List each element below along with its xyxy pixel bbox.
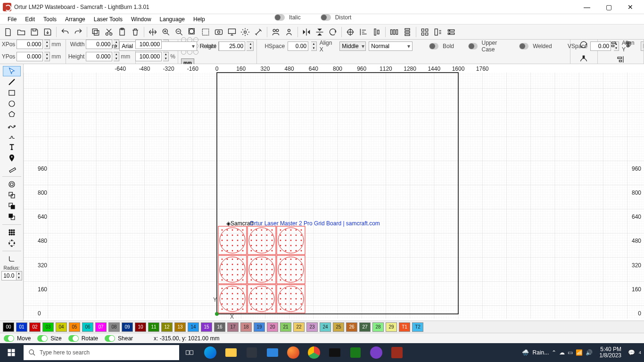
scale-x-input[interactable]: [135, 40, 162, 49]
boolean-sub-tool[interactable]: [3, 212, 21, 222]
save-icon[interactable]: [28, 26, 41, 38]
align-vert-right-icon[interactable]: [614, 53, 627, 66]
hspace-input[interactable]: [288, 41, 308, 51]
height-input[interactable]: [86, 52, 112, 61]
swatch-10[interactable]: 10: [135, 322, 146, 332]
weld-tool[interactable]: [3, 190, 21, 200]
align-left-icon[interactable]: [357, 26, 370, 38]
tray-volume-icon[interactable]: 🔊: [586, 349, 593, 356]
swatch-28[interactable]: 28: [372, 322, 384, 332]
swatch-T1[interactable]: T1: [399, 322, 410, 332]
close-button[interactable]: ✕: [619, 0, 641, 14]
undo-icon[interactable]: [59, 26, 71, 38]
upper-toggle[interactable]: [468, 43, 478, 49]
maximize-button[interactable]: ▢: [598, 0, 619, 14]
new-icon[interactable]: [2, 26, 14, 38]
menu-help[interactable]: Help: [190, 15, 209, 24]
ellipse-tool[interactable]: [3, 99, 21, 109]
import-icon[interactable]: [41, 26, 54, 38]
align-center-h-icon[interactable]: [344, 26, 356, 38]
lightburn-taskbar-icon[interactable]: [387, 343, 407, 362]
swatch-18[interactable]: 18: [240, 322, 252, 332]
swatch-19[interactable]: 19: [254, 322, 265, 332]
radius-input[interactable]: [1, 271, 17, 280]
bold-toggle[interactable]: [429, 43, 438, 49]
scale-y-spin[interactable]: ▲▼: [163, 52, 169, 61]
terminal-icon[interactable]: [324, 343, 345, 362]
app-green-icon[interactable]: [345, 343, 366, 362]
marker-tool[interactable]: [3, 153, 21, 163]
swatch-22[interactable]: 22: [293, 322, 305, 332]
swatch-13[interactable]: 13: [174, 322, 186, 332]
start-button[interactable]: [0, 343, 23, 362]
swatch-16[interactable]: 16: [214, 322, 225, 332]
swatch-02[interactable]: 02: [29, 322, 41, 332]
open-icon[interactable]: [15, 26, 27, 38]
swatch-20[interactable]: 20: [267, 322, 278, 332]
xpos-input[interactable]: [17, 40, 43, 49]
font-height-spin[interactable]: ▲▼: [248, 41, 254, 51]
text-mode-combo[interactable]: Normal: [369, 41, 413, 51]
cut-icon[interactable]: [103, 26, 115, 38]
group-icon[interactable]: [270, 26, 282, 38]
redo-icon[interactable]: [72, 26, 84, 38]
measure-tool[interactable]: [3, 164, 21, 174]
pan-icon[interactable]: [147, 26, 159, 38]
menu-arrange[interactable]: Arrange: [61, 15, 89, 24]
distort-toggle[interactable]: [321, 14, 331, 21]
swatch-03[interactable]: 03: [42, 322, 54, 332]
dock-icon[interactable]: [432, 26, 444, 38]
mirror-v-icon[interactable]: [314, 26, 326, 38]
chrome-icon[interactable]: [304, 343, 324, 362]
swatch-06[interactable]: 06: [82, 322, 93, 332]
offset-tool[interactable]: [3, 179, 21, 189]
monitor-icon[interactable]: [226, 26, 238, 38]
explorer-icon[interactable]: [221, 343, 241, 362]
font-height-input[interactable]: [219, 41, 245, 51]
boolean-tool[interactable]: [3, 201, 21, 211]
ypos-spin[interactable]: ▲▼: [44, 52, 50, 61]
radius-spin[interactable]: ▲▼: [17, 271, 22, 280]
rotate-toggle[interactable]: [68, 335, 79, 342]
hspace-spin[interactable]: ▲▼: [311, 41, 317, 51]
swatch-27[interactable]: 27: [359, 322, 371, 332]
menu-language[interactable]: Language: [156, 15, 189, 24]
frame-icon[interactable]: [199, 26, 212, 38]
menu-tools[interactable]: Tools: [40, 15, 60, 24]
draw-line-tool[interactable]: [3, 77, 21, 87]
swatch-24[interactable]: 24: [320, 322, 331, 332]
shear-toggle[interactable]: [105, 335, 115, 342]
weather-widget[interactable]: 🌧️ Rain...: [522, 349, 549, 356]
menu-edit[interactable]: Edit: [21, 15, 39, 24]
swatch-14[interactable]: 14: [188, 322, 199, 332]
welded-toggle[interactable]: [519, 43, 528, 49]
firefox-icon[interactable]: [283, 343, 304, 362]
polygon-tool[interactable]: [3, 109, 21, 120]
swatch-26[interactable]: 26: [346, 322, 357, 332]
edit-nodes-tool[interactable]: [3, 120, 21, 131]
menu-window[interactable]: Window: [127, 15, 155, 24]
rotate-icon[interactable]: [327, 26, 339, 38]
task-view-icon[interactable]: [179, 343, 200, 362]
grid-array-tool[interactable]: [3, 227, 21, 238]
align-middle-icon[interactable]: [371, 26, 383, 38]
taskbar-search[interactable]: Type here to search: [24, 345, 179, 360]
text-tool[interactable]: [3, 142, 21, 152]
menu-laser-tools[interactable]: Laser Tools: [90, 15, 126, 24]
settings-gear-icon[interactable]: [239, 26, 251, 38]
paste-icon[interactable]: [116, 26, 128, 38]
tab-tool[interactable]: [3, 131, 21, 141]
swatch-25[interactable]: 25: [333, 322, 344, 332]
scale-y-input[interactable]: [135, 52, 162, 61]
copy-icon[interactable]: [90, 26, 102, 38]
circular-array-tool[interactable]: [3, 238, 21, 248]
xpos-spin[interactable]: ▲▼: [44, 40, 50, 49]
swatch-12[interactable]: 12: [161, 322, 173, 332]
swatch-08[interactable]: 08: [108, 322, 120, 332]
swatch-07[interactable]: 07: [95, 322, 107, 332]
tray-cloud-icon[interactable]: ☁: [559, 349, 565, 356]
device-settings-icon[interactable]: [252, 26, 264, 38]
height-spin[interactable]: ▲▼: [114, 52, 119, 61]
edge-icon[interactable]: [200, 343, 221, 362]
swatch-00[interactable]: 00: [3, 322, 14, 332]
